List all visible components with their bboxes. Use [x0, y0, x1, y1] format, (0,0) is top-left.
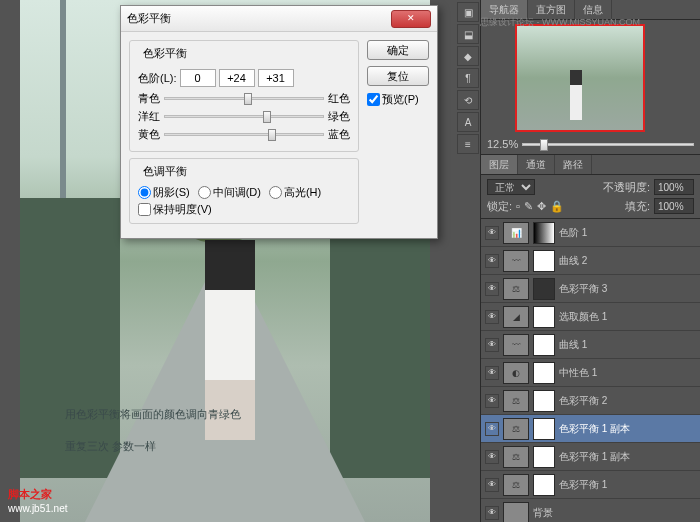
visibility-icon[interactable]: 👁: [485, 282, 499, 296]
lock-icon[interactable]: ▫: [516, 200, 520, 212]
visibility-icon[interactable]: 👁: [485, 226, 499, 240]
visibility-icon[interactable]: 👁: [485, 450, 499, 464]
level-input-2[interactable]: [258, 69, 294, 87]
layer-row[interactable]: 👁 ⚖ 色彩平衡 2: [481, 387, 700, 415]
visibility-icon[interactable]: 👁: [485, 310, 499, 324]
close-icon[interactable]: ✕: [391, 10, 431, 28]
midtones-radio[interactable]: 中间调(D): [198, 185, 261, 200]
caption-line-2: 重复三次 参数一样: [65, 430, 241, 462]
tone-balance-group: 色调平衡 阴影(S) 中间调(D) 高光(H) 保持明度(V): [129, 158, 359, 224]
layer-mask[interactable]: [533, 250, 555, 272]
layer-name[interactable]: 曲线 2: [559, 254, 696, 268]
layer-thumb[interactable]: 〰: [503, 334, 529, 356]
visibility-icon[interactable]: 👁: [485, 422, 499, 436]
layer-mask[interactable]: [533, 306, 555, 328]
color-balance-dialog: 色彩平衡 ✕ 色彩平衡 色阶(L): 青色红色洋红绿色黄色蓝色 色调平衡 阴影(…: [120, 5, 438, 239]
zoom-value[interactable]: 12.5%: [487, 138, 518, 150]
layer-name[interactable]: 色彩平衡 2: [559, 394, 696, 408]
layer-thumb[interactable]: ⚖: [503, 446, 529, 468]
layer-thumb[interactable]: ⚖: [503, 474, 529, 496]
tool-icon[interactable]: ◆: [457, 46, 479, 66]
layer-mask[interactable]: [533, 278, 555, 300]
visibility-icon[interactable]: 👁: [485, 366, 499, 380]
layer-mask[interactable]: [533, 446, 555, 468]
layer-mask[interactable]: [533, 474, 555, 496]
tab-channels[interactable]: 通道: [518, 155, 555, 174]
tool-icon[interactable]: ⬓: [457, 24, 479, 44]
tool-icon[interactable]: ≡: [457, 134, 479, 154]
layer-row[interactable]: 👁 ◢ 选取颜色 1: [481, 303, 700, 331]
dialog-title: 色彩平衡: [127, 11, 391, 26]
opacity-input[interactable]: [654, 179, 694, 195]
layer-mask[interactable]: [533, 362, 555, 384]
ok-button[interactable]: 确定: [367, 40, 429, 60]
group-title-2: 色调平衡: [140, 164, 190, 179]
visibility-icon[interactable]: 👁: [485, 254, 499, 268]
layer-row[interactable]: 👁 ⚖ 色彩平衡 1 副本: [481, 415, 700, 443]
fill-input[interactable]: [654, 198, 694, 214]
tool-icon[interactable]: ⟲: [457, 90, 479, 110]
layer-thumb[interactable]: ◐: [503, 362, 529, 384]
layer-name[interactable]: 色彩平衡 1 副本: [559, 422, 696, 436]
dialog-titlebar[interactable]: 色彩平衡 ✕: [121, 6, 437, 32]
layer-name[interactable]: 曲线 1: [559, 338, 696, 352]
layer-mask[interactable]: [533, 222, 555, 244]
layer-mask[interactable]: [533, 418, 555, 440]
layer-row[interactable]: 👁 ⚖ 色彩平衡 1 副本: [481, 443, 700, 471]
lock-icon[interactable]: ✥: [537, 200, 546, 213]
caption-line-1: 用色彩平衡将画面的颜色调向青绿色: [65, 398, 241, 430]
tool-icon[interactable]: ¶: [457, 68, 479, 88]
navigator-thumbnail[interactable]: [515, 24, 645, 132]
lock-icon[interactable]: 🔒: [550, 200, 564, 213]
layer-name[interactable]: 背景: [533, 506, 696, 520]
layer-row[interactable]: 👁 📊 色阶 1: [481, 219, 700, 247]
shadows-radio[interactable]: 阴影(S): [138, 185, 190, 200]
visibility-icon[interactable]: 👁: [485, 394, 499, 408]
visibility-icon[interactable]: 👁: [485, 338, 499, 352]
layer-thumb[interactable]: ⚖: [503, 278, 529, 300]
tool-icon[interactable]: ▣: [457, 2, 479, 22]
color-slider-0[interactable]: [164, 97, 324, 100]
highlights-radio[interactable]: 高光(H): [269, 185, 321, 200]
layer-mask[interactable]: [533, 390, 555, 412]
pole-graphic: [60, 0, 66, 200]
layer-row[interactable]: 👁 〰 曲线 1: [481, 331, 700, 359]
level-input-1[interactable]: [219, 69, 255, 87]
layer-row[interactable]: 👁 〰 曲线 2: [481, 247, 700, 275]
layer-thumb[interactable]: 📊: [503, 222, 529, 244]
layer-thumb[interactable]: ⚖: [503, 390, 529, 412]
color-slider-2[interactable]: [164, 133, 324, 136]
lock-label: 锁定:: [487, 199, 512, 214]
reset-button[interactable]: 复位: [367, 66, 429, 86]
group-title-1: 色彩平衡: [140, 46, 190, 61]
visibility-icon[interactable]: 👁: [485, 506, 499, 520]
layer-name[interactable]: 色彩平衡 1: [559, 478, 696, 492]
layer-name[interactable]: 色彩平衡 1 副本: [559, 450, 696, 464]
layer-thumb[interactable]: ⚖: [503, 418, 529, 440]
layer-name[interactable]: 色阶 1: [559, 226, 696, 240]
lock-icon[interactable]: ✎: [524, 200, 533, 213]
layer-row[interactable]: 👁 ⚖ 色彩平衡 1: [481, 471, 700, 499]
preview-checkbox[interactable]: 预览(P): [367, 92, 429, 107]
blend-mode-select[interactable]: 正常: [487, 179, 535, 195]
tool-icon[interactable]: A: [457, 112, 479, 132]
layer-name[interactable]: 中性色 1: [559, 366, 696, 380]
tab-layers[interactable]: 图层: [481, 155, 518, 174]
layer-name[interactable]: 选取颜色 1: [559, 310, 696, 324]
layer-thumb[interactable]: 〰: [503, 250, 529, 272]
layer-row[interactable]: 👁 背景: [481, 499, 700, 522]
level-input-0[interactable]: [180, 69, 216, 87]
zoom-slider[interactable]: [522, 143, 694, 146]
layer-row[interactable]: 👁 ◐ 中性色 1: [481, 359, 700, 387]
color-slider-1[interactable]: [164, 115, 324, 118]
layer-thumb[interactable]: ◢: [503, 306, 529, 328]
levels-label: 色阶(L):: [138, 71, 177, 86]
slider-label-right: 蓝色: [328, 127, 350, 142]
layer-name[interactable]: 色彩平衡 3: [559, 282, 696, 296]
preserve-luminosity-checkbox[interactable]: 保持明度(V): [138, 202, 350, 217]
layer-row[interactable]: 👁 ⚖ 色彩平衡 3: [481, 275, 700, 303]
visibility-icon[interactable]: 👁: [485, 478, 499, 492]
layer-mask[interactable]: [533, 334, 555, 356]
layer-thumb[interactable]: [503, 502, 529, 523]
tab-paths[interactable]: 路径: [555, 155, 592, 174]
